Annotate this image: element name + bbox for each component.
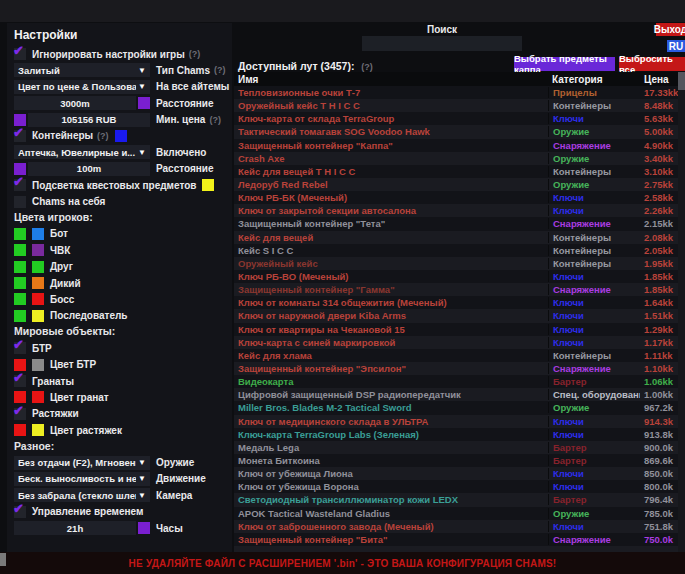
search-input[interactable] [362, 36, 522, 51]
color-swatch[interactable] [32, 359, 44, 371]
color-swatch[interactable] [115, 130, 127, 142]
loot-row[interactable]: Монета БиткоинаБартер869.6k [234, 454, 678, 467]
settings-dropdown[interactable]: Аптечка, Ювелирные и...▼ [14, 145, 150, 159]
loot-row[interactable]: Ледоруб Red RebelОружие2.75kk [234, 178, 678, 191]
loot-row[interactable]: Оружейный кейсКонтейнеры1.95kk [234, 257, 678, 270]
settings-checkbox[interactable]: ✔ [14, 375, 26, 387]
column-header-price[interactable]: Цена [640, 74, 678, 85]
loot-row[interactable]: Ключ-карта TerraGroup Labs (Зеленая)Ключ… [234, 428, 678, 441]
loot-item-name: Защищенный контейнер "Бита" [234, 534, 548, 545]
loot-row[interactable]: Медаль LegaБартер900.0k [234, 441, 678, 454]
color-swatch[interactable] [14, 293, 26, 305]
loot-row[interactable]: Ключ от квартиры на Чекановой 15Ключи1.2… [234, 323, 678, 336]
color-swatch[interactable] [14, 228, 26, 240]
settings-input[interactable]: 100m [28, 162, 150, 176]
color-swatch[interactable] [32, 310, 44, 322]
loot-row[interactable]: Светодиодный трансиллюминатор кожи LEDXБ… [234, 493, 678, 506]
setting-label: Движение [156, 473, 206, 484]
loot-row[interactable]: Тактический томагавк SOG Voodoo HawkОруж… [234, 125, 678, 138]
loot-row[interactable]: Miller Bros. Blades M-2 Tactical SwordОр… [234, 401, 678, 414]
settings-checkbox[interactable] [14, 196, 26, 208]
settings-input[interactable]: 105156 RUB [28, 113, 150, 127]
settings-dropdown[interactable]: Беск. выносливость и нет уста▼ [14, 472, 150, 486]
loot-row[interactable]: Защищенный контейнер "Гамма"Снаряжение1.… [234, 283, 678, 296]
settings-checkbox[interactable]: ✔ [14, 342, 26, 354]
loot-row[interactable]: Ключ-карта от склада TerraGroupКлючи5.63… [234, 112, 678, 125]
exit-button[interactable]: Выход [656, 23, 685, 36]
color-swatch[interactable] [14, 424, 26, 436]
color-swatch[interactable] [14, 310, 26, 322]
loot-row[interactable]: Ключ от закрытой секции автосалонаКлючи2… [234, 204, 678, 217]
color-swatch[interactable] [138, 97, 150, 109]
loot-row[interactable]: Ключ-карта с синей маркировкойКлючи1.17k… [234, 336, 678, 349]
scrollbar[interactable] [678, 72, 685, 552]
color-swatch[interactable] [14, 244, 26, 256]
settings-checkbox[interactable]: ✔ [14, 506, 26, 518]
loot-item-price: 2.58kk [640, 192, 678, 203]
loot-row[interactable]: Защищенный контейнер "Бита"Снаряжение750… [234, 533, 678, 546]
settings-checkbox[interactable]: ✔ [14, 48, 26, 60]
loot-row[interactable]: Ключ от медицинского склада в УЛЬТРАКлюч… [234, 415, 678, 428]
column-header-category[interactable]: Категория [548, 74, 640, 85]
language-button[interactable]: RU [667, 40, 685, 52]
chevron-down-icon: ▼ [138, 458, 146, 467]
loot-item-name: Защищенный контейнер "Гамма" [234, 284, 548, 295]
scrollbar-thumb[interactable] [678, 72, 685, 90]
select-kappa-items-button[interactable]: Выбрать предметы каппа [514, 57, 615, 71]
setting-label: Босс [50, 294, 74, 305]
color-swatch[interactable] [14, 261, 26, 273]
settings-dropdown[interactable]: Цвет по цене & Пользователь▼ [14, 80, 150, 94]
loot-row[interactable]: Цифровой защищенный DSP радиопередатчикС… [234, 388, 678, 401]
loot-row[interactable]: Защищенный контейнер "Каппа"Снаряжение4.… [234, 139, 678, 152]
settings-checkbox[interactable]: ✔ [14, 179, 26, 191]
loot-row[interactable]: Ключ РБ-ВО (Меченый)Ключи1.85kk [234, 270, 678, 283]
loot-row[interactable]: Ключ от убежища ВоронаКлючи800.0k [234, 480, 678, 493]
color-swatch[interactable] [202, 179, 214, 191]
loot-item-price: 1.64kk [640, 297, 678, 308]
settings-checkbox[interactable]: ✔ [14, 408, 26, 420]
settings-title: Настройки [14, 28, 225, 42]
color-swatch[interactable] [32, 293, 44, 305]
loot-row[interactable]: Тепловизионные очки Т-7Прицелы17.33kk [234, 86, 678, 99]
settings-dropdown[interactable]: Без отдачи (F2), Мгновенное п▼ [14, 456, 150, 470]
loot-row[interactable]: Crash AxeОружие3.40kk [234, 152, 678, 165]
loot-item-category: Оружие [548, 153, 640, 164]
loot-row[interactable]: Оружейный кейс T H I C CКонтейнеры8.48kk [234, 99, 678, 112]
loot-row[interactable]: Ключ от комнаты 314 общежития (Меченый)К… [234, 296, 678, 309]
loot-row[interactable]: Защищенный контейнер "Тета"Снаряжение2.1… [234, 217, 678, 230]
settings-input[interactable]: 21h [14, 521, 136, 535]
loot-row[interactable]: APOK Tactical Wasteland GladiusОружие785… [234, 507, 678, 520]
color-swatch[interactable] [14, 114, 26, 126]
settings-dropdown[interactable]: Залитый▼ [14, 63, 150, 77]
loot-row[interactable]: Кейс для хламаКонтейнеры1.11kk [234, 349, 678, 362]
color-swatch[interactable] [32, 244, 44, 256]
panel-handle[interactable] [0, 553, 6, 566]
color-swatch[interactable] [32, 391, 44, 403]
loot-row[interactable]: Кейс S I C CКонтейнеры2.05kk [234, 244, 678, 257]
settings-input[interactable]: 3000m [14, 96, 136, 110]
color-swatch[interactable] [14, 359, 26, 371]
loot-item-name: Защищенный контейнер "Каппа" [234, 140, 548, 151]
color-swatch[interactable] [32, 277, 44, 289]
loot-row[interactable]: Кейс для вещей T H I C CКонтейнеры3.10kk [234, 165, 678, 178]
loot-row[interactable]: Защищенный контейнер "Эпсилон"Снаряжение… [234, 362, 678, 375]
settings-checkbox[interactable]: ✔ [14, 130, 26, 142]
loot-row[interactable]: Кейс для вещейКонтейнеры2.08kk [234, 231, 678, 244]
color-swatch[interactable] [32, 261, 44, 273]
color-swatch[interactable] [138, 522, 150, 534]
column-header-name[interactable]: Имя [234, 74, 548, 85]
color-swatch[interactable] [14, 163, 26, 175]
loot-row[interactable]: Ключ РБ-БК (Меченый)Ключи2.58kk [234, 191, 678, 204]
loot-item-category: Ключи [548, 429, 640, 440]
loot-row[interactable]: Ключ от наружной двери Kiba ArmsКлючи1.5… [234, 309, 678, 322]
loot-row[interactable]: Ключ от заброшенного завода (Меченый)Клю… [234, 520, 678, 533]
loot-row[interactable]: ВидеокартаБартер1.06kk [234, 375, 678, 388]
settings-dropdown[interactable]: Без забрала (стекло шлема)▼ [14, 488, 150, 502]
drop-all-button[interactable]: Выбросить все [619, 57, 685, 71]
color-swatch[interactable] [32, 424, 44, 436]
color-swatch[interactable] [14, 277, 26, 289]
loot-row[interactable]: Ключ от убежища ЛионаКлючи850.0k [234, 467, 678, 480]
settings-row: ✔БТР [14, 341, 225, 355]
color-swatch[interactable] [32, 228, 44, 240]
color-swatch[interactable] [14, 391, 26, 403]
